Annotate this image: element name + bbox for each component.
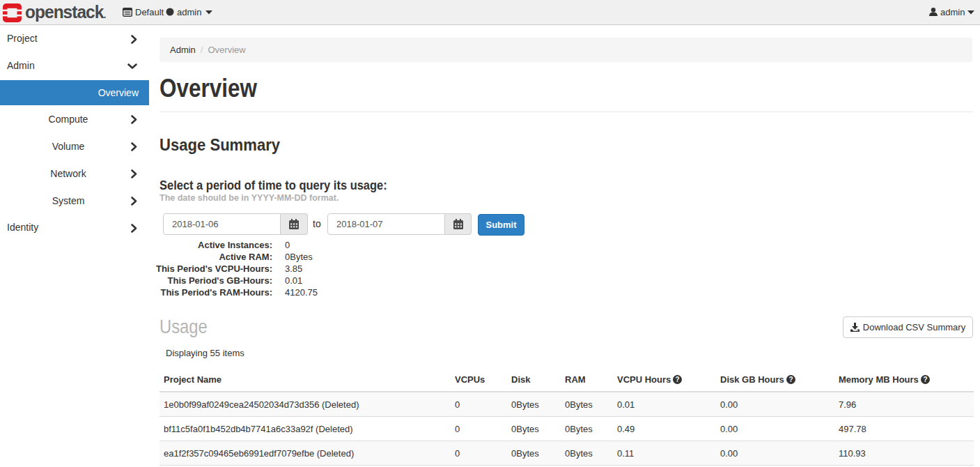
svg-text:?: ? [923,375,927,383]
svg-text:?: ? [788,375,793,383]
svg-text:?: ? [676,375,680,383]
